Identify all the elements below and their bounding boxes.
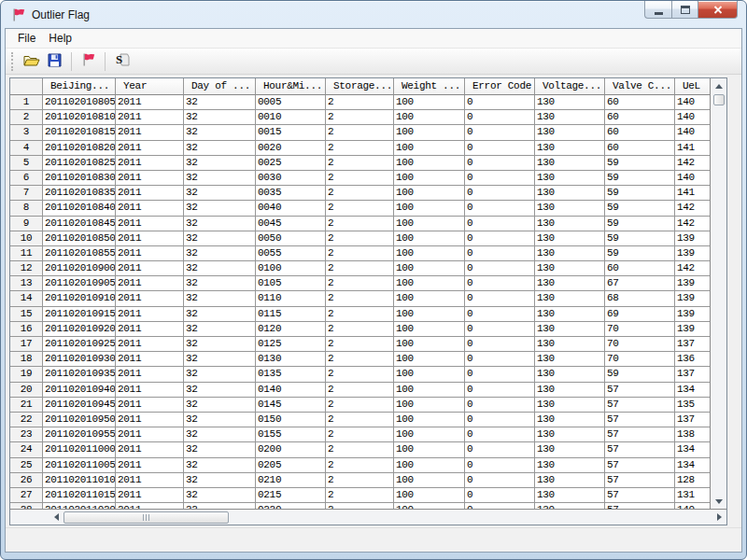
table-cell[interactable]: 70: [605, 352, 675, 367]
table-cell[interactable]: 0: [465, 427, 535, 442]
table-cell[interactable]: 60: [605, 125, 675, 140]
row-number[interactable]: 8: [10, 201, 43, 216]
table-cell[interactable]: 137: [675, 337, 710, 352]
table-cell[interactable]: 32: [184, 291, 256, 306]
row-number[interactable]: 19: [10, 367, 43, 382]
table-cell[interactable]: 2: [326, 352, 394, 367]
table-cell[interactable]: 100: [394, 398, 465, 413]
table-cell[interactable]: 2: [326, 171, 394, 186]
table-cell[interactable]: 2011: [116, 125, 184, 140]
table-cell[interactable]: 32: [184, 125, 256, 140]
table-cell[interactable]: 0: [465, 473, 535, 488]
row-number[interactable]: 17: [10, 337, 43, 352]
table-cell[interactable]: 2011: [116, 231, 184, 246]
table-cell[interactable]: 57: [605, 473, 675, 488]
table-cell[interactable]: 59: [605, 367, 675, 382]
table-cell[interactable]: 0: [465, 186, 535, 201]
table-cell[interactable]: 0205: [256, 458, 326, 473]
table-cell[interactable]: 2: [326, 383, 394, 398]
table-cell[interactable]: 0: [465, 337, 535, 352]
table-cell[interactable]: 32: [184, 322, 256, 337]
row-number[interactable]: 21: [10, 398, 43, 413]
table-cell[interactable]: 2011: [116, 383, 184, 398]
table-cell[interactable]: 2011: [116, 110, 184, 125]
table-cell[interactable]: 57: [605, 458, 675, 473]
table-cell[interactable]: 32: [184, 307, 256, 322]
table-cell[interactable]: 0: [465, 110, 535, 125]
table-cell[interactable]: 32: [184, 231, 256, 246]
table-cell[interactable]: 201102010840: [43, 201, 116, 216]
table-cell[interactable]: 68: [605, 291, 675, 306]
table-cell[interactable]: 139: [675, 322, 710, 337]
table-cell[interactable]: 100: [394, 383, 465, 398]
table-cell[interactable]: 201102010820: [43, 141, 116, 156]
table-cell[interactable]: 0: [465, 246, 535, 261]
table-cell[interactable]: 2: [326, 458, 394, 473]
table-cell[interactable]: 140: [675, 125, 710, 140]
table-cell[interactable]: 130: [535, 337, 605, 352]
table-cell[interactable]: 0: [465, 171, 535, 186]
table-cell[interactable]: 141: [675, 141, 710, 156]
toolbar-gripper-icon[interactable]: [11, 52, 15, 71]
row-number[interactable]: 18: [10, 352, 43, 367]
table-cell[interactable]: 201102010845: [43, 217, 116, 231]
table-cell[interactable]: 0115: [256, 307, 326, 322]
table-cell[interactable]: 2: [326, 141, 394, 156]
table-cell[interactable]: 100: [394, 110, 465, 125]
table-cell[interactable]: 2: [326, 217, 394, 231]
table-cell[interactable]: 100: [394, 201, 465, 216]
table-cell[interactable]: 0100: [256, 261, 326, 276]
table-cell[interactable]: 130: [535, 503, 605, 509]
table-cell[interactable]: 201102010855: [43, 246, 116, 261]
table-cell[interactable]: 0: [465, 201, 535, 216]
table-cell[interactable]: 100: [394, 442, 465, 457]
table-cell[interactable]: 201102010900: [43, 261, 116, 276]
table-cell[interactable]: 130: [535, 398, 605, 413]
table-cell[interactable]: 0: [465, 156, 535, 171]
table-cell[interactable]: 100: [394, 95, 465, 110]
column-header[interactable]: Weight ...: [394, 78, 465, 95]
table-cell[interactable]: 139: [675, 276, 710, 291]
table-cell[interactable]: 201102010930: [43, 352, 116, 367]
table-cell[interactable]: 0035: [256, 186, 326, 201]
table-cell[interactable]: 2: [326, 322, 394, 337]
table-cell[interactable]: 0: [465, 261, 535, 276]
table-cell[interactable]: 32: [184, 171, 256, 186]
row-number[interactable]: 14: [10, 291, 43, 306]
table-cell[interactable]: 2: [326, 398, 394, 413]
table-cell[interactable]: 201102010925: [43, 337, 116, 352]
save-button[interactable]: [43, 50, 66, 73]
table-cell[interactable]: 59: [605, 171, 675, 186]
table-cell[interactable]: 69: [605, 307, 675, 322]
table-cell[interactable]: 100: [394, 322, 465, 337]
table-cell[interactable]: 0: [465, 458, 535, 473]
table-cell[interactable]: 2011: [116, 473, 184, 488]
table-cell[interactable]: 70: [605, 337, 675, 352]
table-cell[interactable]: 201102010815: [43, 125, 116, 140]
table-cell[interactable]: 32: [184, 110, 256, 125]
table-cell[interactable]: 201102011010: [43, 473, 116, 488]
table-cell[interactable]: 142: [675, 201, 710, 216]
table-cell[interactable]: 32: [184, 156, 256, 171]
table-cell[interactable]: 130: [535, 442, 605, 457]
table-cell[interactable]: 2011: [116, 95, 184, 110]
row-number[interactable]: 2: [10, 110, 43, 125]
column-header[interactable]: Year: [116, 78, 184, 95]
table-cell[interactable]: 0: [465, 125, 535, 140]
table-cell[interactable]: 100: [394, 413, 465, 427]
table-cell[interactable]: 0155: [256, 427, 326, 442]
table-cell[interactable]: 130: [535, 352, 605, 367]
table-cell[interactable]: 0150: [256, 413, 326, 427]
table-cell[interactable]: 0130: [256, 352, 326, 367]
table-cell[interactable]: 32: [184, 458, 256, 473]
menu-file[interactable]: File: [11, 30, 42, 47]
column-header[interactable]: UeL: [675, 78, 710, 95]
table-cell[interactable]: 32: [184, 488, 256, 503]
table-cell[interactable]: 100: [394, 337, 465, 352]
table-cell[interactable]: 130: [535, 427, 605, 442]
table-cell[interactable]: 2: [326, 291, 394, 306]
table-cell[interactable]: 140: [675, 171, 710, 186]
table-cell[interactable]: 0: [465, 276, 535, 291]
table-cell[interactable]: 57: [605, 442, 675, 457]
table-cell[interactable]: 201102010830: [43, 171, 116, 186]
